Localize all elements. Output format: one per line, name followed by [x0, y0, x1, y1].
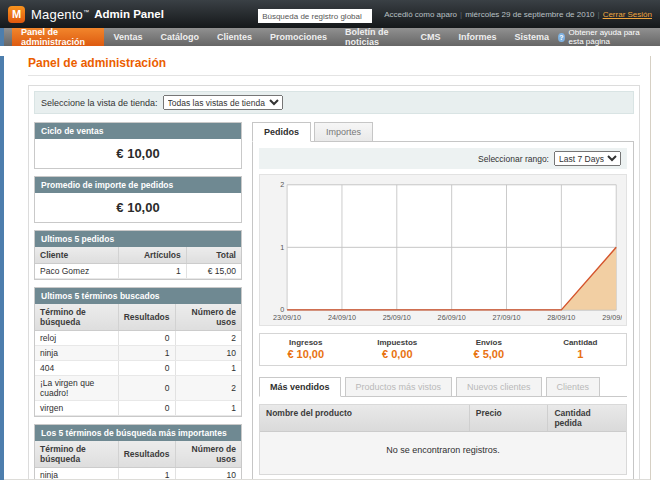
- total-value: € 5,00: [443, 348, 535, 360]
- total-label: Ingresos: [260, 338, 352, 347]
- bottom-tabs: Más vendidosProductos más vistosNuevos c…: [259, 377, 627, 397]
- nav-item[interactable]: Promociones: [261, 28, 336, 46]
- table-row: Paco Gomez1€ 15,00: [35, 264, 241, 279]
- table-header-row: Término de búsquedaResultadosNúmero de u…: [35, 304, 241, 331]
- orders-area-chart: 01223/09/1024/09/1025/09/1026/09/1027/09…: [264, 179, 622, 323]
- chart-panel: Seleccionar rango: Last 7 Days 01223/09/…: [252, 142, 634, 480]
- last-search-terms-table: Término de búsquedaResultadosNúmero de u…: [35, 304, 241, 416]
- store-view-select[interactable]: Todas las vistas de tienda: [163, 95, 283, 110]
- column-header: Total: [186, 247, 241, 264]
- tab-m-s-vendidos[interactable]: Más vendidos: [259, 377, 341, 397]
- svg-text:29/09/10: 29/09/10: [602, 313, 622, 322]
- nav-item[interactable]: Catálogo: [151, 28, 208, 46]
- card-title: Promedio de importe de pedidos: [35, 177, 241, 193]
- total-impuestos: Impuestos€ 0,00: [352, 334, 444, 365]
- nav-item[interactable]: Ventas: [104, 28, 151, 46]
- range-bar: Seleccionar rango: Last 7 Days: [259, 148, 627, 169]
- grid-empty-message: No se encontraron registros.: [260, 432, 626, 474]
- top-search-terms-card: Los 5 términos de búsqueda más important…: [34, 424, 242, 480]
- main-nav: Panel de administraciónVentasCatálogoCli…: [0, 28, 660, 46]
- app-title: Admin Panel: [94, 8, 164, 20]
- svg-text:1: 1: [280, 243, 284, 252]
- grid-column-header: Precio: [469, 405, 548, 431]
- total-value: € 10,00: [260, 348, 352, 360]
- nav-item[interactable]: Panel de administración: [12, 28, 104, 46]
- table-cell: 1: [175, 361, 241, 376]
- table-cell: 0: [118, 376, 175, 401]
- help-globe-icon: ?: [558, 33, 564, 42]
- total-label: Envíos: [443, 338, 535, 347]
- svg-text:24/09/10: 24/09/10: [328, 313, 356, 322]
- tab-clientes[interactable]: Clientes: [546, 377, 601, 397]
- svg-text:25/09/10: 25/09/10: [383, 313, 411, 322]
- range-select[interactable]: Last 7 Days: [554, 151, 621, 166]
- table-cell: 0: [118, 401, 175, 416]
- totals-row: Ingresos€ 10,00Impuestos€ 0,00Envíos€ 5,…: [259, 333, 627, 366]
- total-ingresos: Ingresos€ 10,00: [260, 334, 352, 365]
- trademark: ™: [83, 8, 89, 14]
- column-header: Número de usos: [175, 441, 241, 468]
- card-title: Ultimos 5 términos buscados: [35, 288, 241, 304]
- table-cell: 1: [118, 346, 175, 361]
- logout-link[interactable]: Cerrar Sesión: [603, 10, 652, 19]
- title-divider: [28, 75, 640, 76]
- separator: |: [460, 10, 462, 19]
- card-title: Los 5 términos de búsqueda más important…: [35, 425, 241, 441]
- lifetime-sales-value: € 10,00: [35, 139, 241, 168]
- store-view-label: Seleccione la vista de tienda:: [41, 98, 158, 108]
- average-orders-card: Promedio de importe de pedidos € 10,00: [34, 176, 242, 223]
- top-header: M Magento™ Admin Panel Accedió como apar…: [0, 0, 660, 28]
- table-cell: 2: [175, 331, 241, 346]
- table-cell: reloj: [35, 331, 118, 346]
- svg-text:27/09/10: 27/09/10: [492, 313, 520, 322]
- dashboard-container: Seleccione la vista de tienda: Todas las…: [28, 85, 640, 480]
- page-body: Panel de administración Seleccione la vi…: [0, 56, 651, 480]
- nav-item[interactable]: CMS: [412, 28, 450, 46]
- svg-text:26/09/10: 26/09/10: [438, 313, 466, 322]
- tab-importes[interactable]: Importes: [314, 122, 373, 142]
- last-search-terms-card: Ultimos 5 términos buscados Término de b…: [34, 287, 242, 417]
- table-cell: ninja: [35, 346, 118, 361]
- table-cell: virgen: [35, 401, 118, 416]
- table-row: virgen01: [35, 401, 241, 416]
- last-orders-table: ClienteArtículosTotal Paco Gomez1€ 15,00: [35, 247, 241, 279]
- session-info: Accedió como aparo|miércoles 29 de septi…: [384, 10, 652, 19]
- table-cell: 0: [118, 331, 175, 346]
- column-header: Cliente: [35, 247, 119, 264]
- magento-logo-icon[interactable]: M: [8, 6, 25, 23]
- table-header-row: Término de búsquedaResultadosNúmero de u…: [35, 441, 241, 468]
- column-header: Número de usos: [175, 304, 241, 331]
- last-orders-card: Ultimos 5 pedidos ClienteArtículosTotal …: [34, 230, 242, 280]
- page-help-link[interactable]: ? Obtener ayuda para esta página: [558, 28, 660, 46]
- tab-pedidos[interactable]: Pedidos: [252, 122, 311, 142]
- svg-text:2: 2: [280, 180, 284, 189]
- nav-item[interactable]: Boletín de noticias: [336, 28, 412, 46]
- column-header: Artículos: [119, 247, 186, 264]
- table-cell: 404: [35, 361, 118, 376]
- range-label: Seleccionar rango:: [478, 154, 549, 164]
- column-header: Término de búsqueda: [35, 304, 118, 331]
- nav-item[interactable]: Informes: [450, 28, 506, 46]
- nav-item[interactable]: Clientes: [208, 28, 261, 46]
- table-cell: 1: [119, 264, 186, 279]
- grid-header: Nombre del productoPrecioCantidad pedida: [260, 405, 626, 432]
- chart-area: 01223/09/1024/09/1025/09/1026/09/1027/09…: [259, 174, 627, 326]
- total-label: Impuestos: [352, 338, 444, 347]
- top-search-terms-table: Término de búsquedaResultadosNúmero de u…: [35, 441, 241, 480]
- tab-nuevos-clientes[interactable]: Nuevos clientes: [456, 377, 542, 397]
- table-cell: ¡La virgen que cuadro!: [35, 376, 118, 401]
- column-header: Término de búsqueda: [35, 441, 118, 468]
- total-cantidad: Cantidad1: [535, 334, 627, 365]
- tab-productos-m-s-vistos[interactable]: Productos más vistos: [345, 377, 453, 397]
- total-label: Cantidad: [535, 338, 627, 347]
- dashboard-columns: Ciclo de ventas € 10,00 Promedio de impo…: [34, 122, 634, 480]
- table-row: 40401: [35, 361, 241, 376]
- separator: |: [598, 10, 600, 19]
- store-view-switcher: Seleccione la vista de tienda: Todas las…: [34, 91, 634, 114]
- table-cell: 0: [118, 361, 175, 376]
- grid-column-header: Cantidad pedida: [547, 405, 626, 431]
- global-search-input[interactable]: [258, 9, 372, 23]
- column-header: Resultados: [118, 304, 175, 331]
- nav-item[interactable]: Sistema: [506, 28, 559, 46]
- lifetime-sales-card: Ciclo de ventas € 10,00: [34, 122, 242, 169]
